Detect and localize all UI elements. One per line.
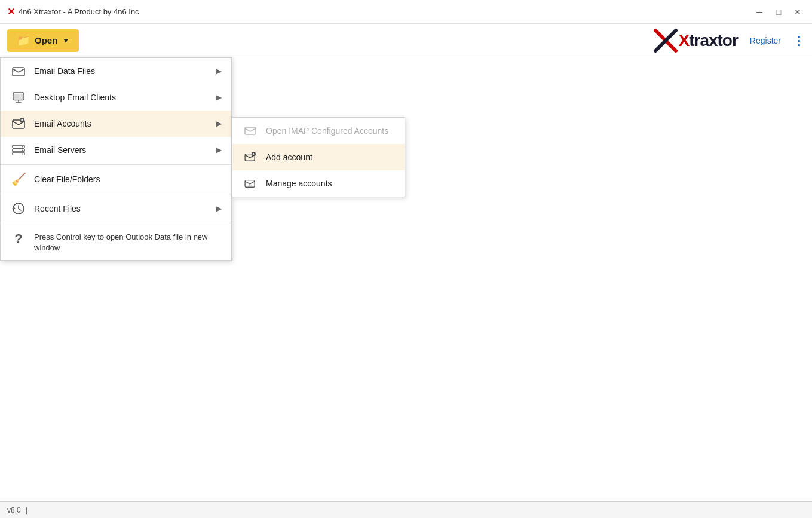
- clear-file-folders-icon: 🧹: [10, 173, 27, 185]
- menu-item-clear-file-folders[interactable]: 🧹 Clear File/Folders: [1, 166, 231, 192]
- version-label: v8.0: [7, 506, 21, 514]
- logo-svg: [653, 28, 678, 53]
- menu-item-email-data-files-label: Email Data Files: [34, 66, 216, 76]
- app-logo: Xtraxtor: [653, 28, 737, 53]
- menu-divider-3: [1, 223, 231, 223]
- recent-files-chevron: ▶: [216, 204, 222, 213]
- maximize-button[interactable]: □: [771, 5, 786, 19]
- desktop-email-clients-chevron: ▶: [216, 93, 222, 102]
- menu-item-recent-files[interactable]: Recent Files ▶: [1, 195, 231, 222]
- svg-rect-18: [245, 127, 256, 134]
- title-bar: ✕ 4n6 Xtraxtor - A Product by 4n6 Inc ─ …: [0, 0, 812, 24]
- menu-item-email-servers[interactable]: Email Servers ▶: [1, 137, 231, 163]
- menu-item-email-accounts-label: Email Accounts: [34, 119, 216, 128]
- svg-point-15: [22, 150, 23, 151]
- menu-item-help-hint: ? Press Control key to open Outlook Data…: [1, 225, 231, 260]
- close-button[interactable]: ✕: [790, 5, 805, 19]
- email-servers-icon: [10, 144, 27, 156]
- menu-item-desktop-email-clients[interactable]: Desktop Email Clients ▶: [1, 84, 231, 111]
- menu-item-clear-file-folders-label: Clear File/Folders: [34, 174, 222, 184]
- logo-text: Xtraxtor: [678, 31, 737, 50]
- logo-area: Xtraxtor Register ⋮: [653, 28, 805, 53]
- menu-divider-2: [1, 194, 231, 194]
- toolbar: 📁 Open ▼ Xtraxtor Register ⋮: [0, 24, 812, 57]
- submenu-item-open-imap-label: Open IMAP Configured Accounts: [266, 126, 388, 136]
- open-button-label: Open: [35, 35, 57, 45]
- svg-point-16: [22, 154, 23, 155]
- desktop-email-clients-icon: [10, 91, 27, 103]
- window-title: 4n6 Xtraxtor - A Product by 4n6 Inc: [19, 7, 752, 16]
- open-dropdown-menu: Email Data Files ▶ Desktop Email Clients…: [0, 57, 232, 261]
- submenu-item-manage-accounts-label: Manage accounts: [266, 179, 332, 188]
- menu-item-help-hint-label: Press Control key to open Outlook Data f…: [34, 232, 222, 253]
- menu-item-email-accounts[interactable]: Email Accounts ▶: [1, 111, 231, 137]
- menu-divider-1: [1, 164, 231, 165]
- status-bar: v8.0 |: [0, 501, 812, 518]
- submenu-item-open-imap: Open IMAP Configured Accounts: [232, 118, 405, 144]
- menu-item-desktop-email-clients-label: Desktop Email Clients: [34, 93, 216, 102]
- email-data-files-chevron: ▶: [216, 67, 222, 75]
- submenu-item-add-account-label: Add account: [266, 152, 312, 162]
- more-options-button[interactable]: ⋮: [793, 33, 805, 48]
- minimize-button[interactable]: ─: [752, 5, 767, 19]
- menu-item-email-servers-label: Email Servers: [34, 145, 216, 155]
- menu-item-email-data-files[interactable]: Email Data Files ▶: [1, 58, 231, 84]
- open-button-chevron: ▼: [62, 36, 69, 45]
- main-content: Email Data Files ▶ Desktop Email Clients…: [0, 57, 812, 501]
- recent-files-icon: [10, 203, 27, 214]
- open-button[interactable]: 📁 Open ▼: [7, 29, 79, 52]
- folder-icon: 📁: [17, 34, 30, 47]
- status-separator: |: [26, 506, 27, 514]
- svg-rect-6: [14, 94, 23, 99]
- email-accounts-chevron: ▶: [216, 119, 222, 128]
- help-icon: ?: [10, 233, 27, 245]
- open-imap-icon: [242, 125, 259, 137]
- manage-accounts-icon: [242, 177, 259, 189]
- window-controls: ─ □ ✕: [752, 5, 805, 19]
- svg-rect-2: [13, 68, 24, 76]
- register-button[interactable]: Register: [750, 36, 781, 45]
- email-data-files-icon: [10, 65, 27, 77]
- email-accounts-submenu: Open IMAP Configured Accounts Add accoun…: [232, 117, 405, 197]
- add-account-icon: [242, 151, 259, 163]
- app-icon: ✕: [7, 6, 15, 17]
- submenu-item-add-account[interactable]: Add account: [232, 144, 405, 170]
- menu-item-recent-files-label: Recent Files: [34, 204, 216, 213]
- svg-point-14: [22, 146, 23, 148]
- email-servers-chevron: ▶: [216, 146, 222, 154]
- email-accounts-icon: [10, 118, 27, 130]
- submenu-item-manage-accounts[interactable]: Manage accounts: [232, 170, 405, 197]
